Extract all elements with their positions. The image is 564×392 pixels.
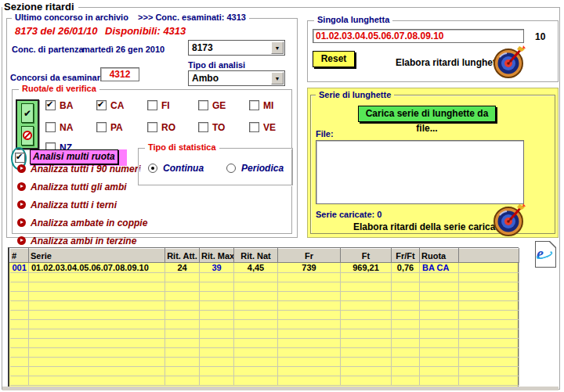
wheel-checkbox-fi[interactable]: FI — [147, 100, 170, 111]
radio-continua[interactable]: Continua — [148, 163, 204, 174]
radio-periodica[interactable]: Periodica — [226, 163, 284, 174]
cell-rit-nat: 4,45 — [234, 263, 278, 273]
results-table: # Serie Rit. Att. Rit. Max Rit. Nat Fr F… — [8, 247, 519, 387]
multi-wheel-label: Analisi multi ruota — [30, 149, 118, 164]
select-all-wheels-button[interactable]: ✔ — [21, 103, 34, 123]
checkbox-icon[interactable] — [15, 153, 25, 163]
checkbox-icon[interactable] — [147, 100, 157, 110]
start-draw-label: Conc. di partenza — [12, 45, 84, 54]
col-ft[interactable]: Ft — [341, 249, 392, 263]
checkbox-icon[interactable] — [45, 122, 56, 132]
col-num[interactable]: # — [10, 249, 29, 263]
table-empty-row — [10, 376, 519, 386]
examined-count: >>> Conc. esaminati: 4313 — [138, 13, 246, 22]
analyze-ambate-coppie-link[interactable]: Analizza ambate in coppie — [17, 218, 147, 228]
col-rit-nat[interactable]: Rit. Nat — [234, 249, 278, 263]
play-bullet-icon — [17, 236, 26, 245]
series-loaded-label: Serie caricate: 0 — [316, 210, 381, 219]
analyze-all-ambi-link[interactable]: Analizza tutti gli ambi — [17, 182, 127, 192]
single-lunghetta-legend: Singola lunghetta — [314, 15, 392, 24]
start-draw-date: martedì 26 gen 2010 — [82, 45, 164, 54]
wheel-checkbox-ro[interactable]: RO — [147, 122, 175, 133]
checkbox-icon[interactable] — [249, 122, 259, 132]
wheel-checkbox-ge[interactable]: GE — [198, 100, 226, 111]
cell-ft: 969,21 — [341, 263, 392, 273]
to-examine-label: Concorsi da esaminare — [10, 73, 105, 82]
analysis-type-select[interactable]: Ambo ▼ — [188, 70, 285, 86]
cell-rit-att: 24 — [165, 263, 200, 273]
html-export-icon[interactable]: e — [535, 241, 556, 268]
checkbox-icon[interactable] — [198, 100, 208, 110]
reset-button[interactable]: Reset — [313, 51, 355, 67]
table-empty-row — [10, 301, 519, 311]
col-fr[interactable]: Fr — [278, 249, 341, 263]
available-label: Disponibili: 4313 — [105, 25, 186, 37]
chevron-down-icon[interactable]: ▼ — [271, 41, 284, 54]
cell-serie: 01.02.03.04.05.06.07.08.09.10 — [29, 263, 165, 273]
target-dart-icon[interactable] — [491, 203, 526, 237]
table-empty-row — [10, 320, 519, 329]
checkbox-icon[interactable] — [96, 100, 107, 110]
radio-icon[interactable] — [148, 164, 157, 173]
series-file-listbox[interactable] — [316, 140, 524, 204]
wheel-checkbox-ca[interactable]: CA — [96, 100, 124, 111]
single-lunghetta-group: Singola lunghetta 10 Reset Elabora ritar… — [307, 20, 559, 82]
wheel-checkbox-ba[interactable]: BA — [45, 100, 73, 111]
wheel-checkbox-ve[interactable]: VE — [249, 122, 276, 133]
col-serie[interactable]: Serie — [29, 249, 165, 263]
lunghetta-count: 10 — [535, 31, 545, 42]
chevron-down-icon[interactable]: ▼ — [271, 72, 284, 85]
block-icon — [23, 131, 32, 140]
table-empty-row — [10, 348, 519, 358]
col-rit-max[interactable]: Rit. Max — [200, 249, 234, 263]
file-label: File: — [316, 129, 334, 138]
multi-wheel-checkbox[interactable] — [15, 153, 25, 163]
series-panel: Serie di lunghette Carica serie di lungh… — [307, 88, 559, 238]
statistic-type-legend: Tipo di statistica — [145, 142, 219, 152]
table-empty-row — [10, 273, 519, 282]
analyze-90-numbers-link[interactable]: Analizza tutti i 90 numeri — [17, 164, 141, 174]
col-rit-att[interactable]: Rit. Att. — [165, 249, 200, 263]
elaborate-series-label: Elabora ritardi della serie caricata — [353, 221, 504, 232]
wheels-group-legend: Ruota/e di verifica — [19, 84, 99, 93]
col-ruota[interactable]: Ruota — [420, 249, 459, 263]
checkbox-icon[interactable] — [198, 122, 208, 132]
wheel-checkbox-na[interactable]: NA — [45, 122, 73, 133]
check-icon: ✔ — [24, 108, 31, 119]
table-empty-row — [10, 311, 519, 320]
cell-num: 001 — [10, 263, 29, 273]
checkbox-icon[interactable] — [147, 122, 157, 132]
to-examine-input[interactable] — [100, 67, 139, 81]
play-bullet-icon — [17, 200, 26, 209]
archive-group: Ultimo concorso in archivio >>> Conc. es… — [6, 18, 298, 238]
statistic-type-group: Tipo di statistica Continua Periodica — [138, 148, 293, 185]
deselect-all-wheels-button[interactable] — [21, 126, 34, 146]
checkbox-icon[interactable] — [96, 122, 107, 132]
wheel-checkbox-pa[interactable]: PA — [96, 122, 123, 133]
archive-group-legend: Ultimo concorso in archivio >>> Conc. es… — [12, 13, 249, 22]
cell-ruota: BA CA — [420, 263, 459, 273]
draw-select[interactable]: 8173 ▼ — [188, 40, 285, 56]
table-empty-row — [10, 329, 519, 339]
wheel-checkbox-mi[interactable]: MI — [249, 100, 273, 111]
wheel-checkbox-to[interactable]: TO — [198, 122, 225, 133]
load-series-button[interactable]: Carica serie di lunghette da file... — [358, 106, 496, 122]
checkbox-icon[interactable] — [45, 100, 56, 110]
wheel-panel: ✔ — [16, 99, 39, 149]
table-row[interactable]: 001 01.02.03.04.05.06.07.08.09.10 24 39 … — [10, 263, 519, 273]
analyze-all-terni-link[interactable]: Analizza tutti i terni — [17, 200, 117, 210]
checkbox-icon[interactable] — [249, 100, 259, 110]
wheels-group: Ruota/e di verifica ✔ BA CA FI GE MI NA … — [12, 89, 292, 234]
radio-icon[interactable] — [226, 164, 236, 173]
target-dart-icon[interactable] — [491, 45, 526, 79]
series-group-legend: Serie di lunghette — [316, 90, 394, 99]
table-empty-row — [10, 367, 519, 376]
analyze-ambi-terzine-link[interactable]: Analizza ambi in terzine — [17, 236, 136, 246]
col-fr-ft[interactable]: Fr/Ft — [392, 249, 420, 263]
lunghetta-input[interactable] — [313, 29, 524, 43]
cell-extra — [459, 263, 519, 273]
col-extra[interactable] — [459, 249, 519, 263]
table-empty-row — [10, 339, 519, 348]
play-bullet-icon — [17, 218, 26, 227]
last-draw-label: 8173 del 26/01/10 — [15, 25, 98, 37]
